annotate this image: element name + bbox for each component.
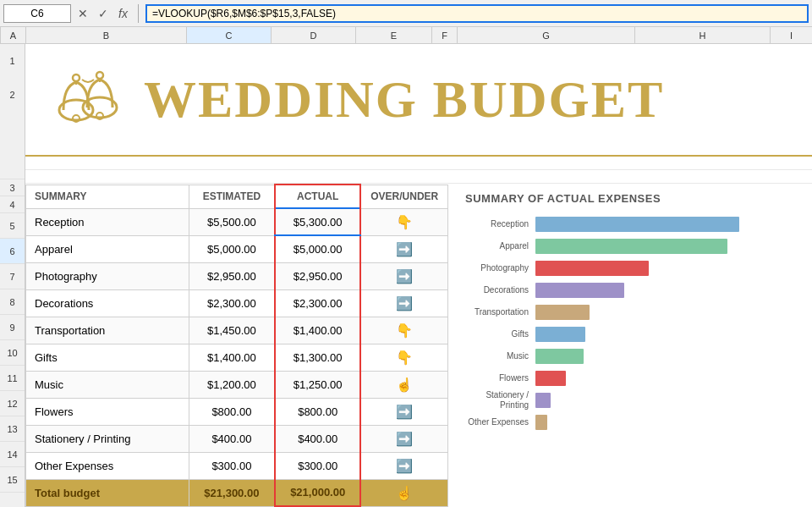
cell-name[interactable]: Apparel xyxy=(26,235,189,262)
table-row[interactable]: Apparel $5,000.00 $5,000.00 ➡️ xyxy=(26,235,448,262)
cell-over-under[interactable]: 👇 xyxy=(360,208,447,235)
table-row[interactable]: Other Expenses $300.00 $300.00 ➡️ xyxy=(26,452,448,479)
cell-estimated[interactable]: $300.00 xyxy=(189,452,275,479)
col-header-i[interactable]: I xyxy=(771,27,812,43)
cell-name[interactable]: Stationery / Printing xyxy=(26,425,189,452)
cell-actual[interactable]: $2,300.00 xyxy=(275,289,361,317)
cell-name[interactable]: Transportation xyxy=(26,317,189,344)
cell-over-under[interactable]: ➡️ xyxy=(360,398,447,425)
col-header-c[interactable]: C xyxy=(187,27,272,43)
cell-estimated[interactable]: $1,400.00 xyxy=(189,344,275,371)
table-wrapper: SUMMARY ESTIMATED ACTUAL OVER/UNDER Rece… xyxy=(25,184,812,507)
cell-over-under[interactable]: ➡️ xyxy=(360,235,447,262)
col-header-b[interactable]: B xyxy=(26,27,187,43)
col-header-f[interactable]: F xyxy=(432,27,458,43)
confirm-icon[interactable]: ✓ xyxy=(95,7,112,20)
cell-name[interactable]: Decorations xyxy=(26,289,189,317)
cell-actual[interactable]: $2,950.00 xyxy=(275,262,361,289)
table-row[interactable]: Transportation $1,450.00 $1,400.00 👇 xyxy=(26,317,448,344)
cell-estimated[interactable]: $1,450.00 xyxy=(189,317,275,344)
table-row[interactable]: Reception $5,500.00 $5,300.00 👇 xyxy=(26,208,448,235)
cell-name[interactable]: Flowers xyxy=(26,398,189,425)
cell-estimated[interactable]: $2,300.00 xyxy=(189,289,275,317)
row-num-15: 15 xyxy=(0,467,25,493)
svg-point-1 xyxy=(73,74,80,81)
cell-reference-box[interactable] xyxy=(3,4,71,23)
row-num-14: 14 xyxy=(0,442,25,467)
chart-bar xyxy=(535,393,551,408)
formula-bar[interactable] xyxy=(145,4,809,23)
cell-name[interactable]: Other Expenses xyxy=(26,452,189,479)
col-header-g[interactable]: G xyxy=(458,27,635,43)
cell-actual[interactable]: $400.00 xyxy=(275,425,361,452)
cell-estimated[interactable]: $2,950.00 xyxy=(189,262,275,289)
cell-actual[interactable]: $300.00 xyxy=(275,452,361,479)
row-num-7: 7 xyxy=(0,264,25,289)
chart-bar-row: Gifts xyxy=(465,325,795,344)
chart-bar-label: Apparel xyxy=(465,241,529,251)
header-estimated: ESTIMATED xyxy=(189,185,275,208)
chart-bar xyxy=(535,349,584,364)
total-row[interactable]: Total budget $21,300.00 $21,000.00 ☝️ xyxy=(26,479,448,506)
row-num-10: 10 xyxy=(0,340,25,366)
cell-over-under[interactable]: 👇 xyxy=(360,317,447,344)
cell-actual[interactable]: $1,300.00 xyxy=(275,344,361,371)
cell-name[interactable]: Reception xyxy=(26,208,189,235)
chart-bar-label: Stationery / Printing xyxy=(465,390,529,411)
chart-bar-row: Photography xyxy=(465,259,795,278)
cell-total-label: Total budget xyxy=(26,479,189,506)
cell-estimated[interactable]: $400.00 xyxy=(189,425,275,452)
table-row[interactable]: Gifts $1,400.00 $1,300.00 👇 xyxy=(26,344,448,371)
bells-svg xyxy=(51,61,127,137)
cell-estimated[interactable]: $5,000.00 xyxy=(189,235,275,262)
cell-name[interactable]: Photography xyxy=(26,262,189,289)
cell-estimated[interactable]: $800.00 xyxy=(189,398,275,425)
table-row[interactable]: Music $1,200.00 $1,250.00 ☝️ xyxy=(26,371,448,398)
table-row[interactable]: Photography $2,950.00 $2,950.00 ➡️ xyxy=(26,262,448,289)
table-row[interactable]: Decorations $2,300.00 $2,300.00 ➡️ xyxy=(26,289,448,317)
cell-estimated[interactable]: $1,200.00 xyxy=(189,371,275,398)
row-num-4: 4 xyxy=(0,196,25,213)
cell-name[interactable]: Gifts xyxy=(26,344,189,371)
cell-over-under[interactable]: ➡️ xyxy=(360,425,447,452)
cell-actual[interactable]: $1,400.00 xyxy=(275,317,361,344)
cell-over-under[interactable]: ➡️ xyxy=(360,289,447,317)
chart-bar-label: Photography xyxy=(465,263,529,273)
cell-over-under[interactable]: 👇 xyxy=(360,344,447,371)
budget-table: SUMMARY ESTIMATED ACTUAL OVER/UNDER Rece… xyxy=(25,184,448,507)
header-summary: SUMMARY xyxy=(26,185,189,208)
banner-title: WEDDING BUDGET xyxy=(144,69,664,130)
chart-bar xyxy=(535,371,566,386)
chart-bar xyxy=(535,239,727,254)
col-header-a[interactable]: A xyxy=(1,27,26,43)
col-header-h[interactable]: H xyxy=(635,27,771,43)
cell-over-under[interactable]: ➡️ xyxy=(360,262,447,289)
cell-actual[interactable]: $5,300.00 xyxy=(275,208,361,235)
cell-actual[interactable]: $5,000.00 xyxy=(275,235,361,262)
col-header-e[interactable]: E xyxy=(356,27,432,43)
formula-icon[interactable]: fx xyxy=(115,7,131,20)
cell-name[interactable]: Music xyxy=(26,371,189,398)
chart-bar-row: Other Expenses xyxy=(465,413,795,432)
toolbar: ✕ ✓ fx xyxy=(0,0,812,27)
svg-point-4 xyxy=(96,72,103,79)
table-row[interactable]: Flowers $800.00 $800.00 ➡️ xyxy=(26,398,448,425)
cell-over-under[interactable]: ☝️ xyxy=(360,371,447,398)
sheet-content: WEDDING BUDGET SUMMARY ESTIMATED ACTUAL … xyxy=(25,44,812,507)
chart-bars: Reception Apparel Photography Decoration… xyxy=(465,215,795,432)
chart-bar-row: Decorations xyxy=(465,281,795,300)
row-num-6: 6 xyxy=(0,239,25,264)
banner-row: WEDDING BUDGET xyxy=(25,44,812,157)
cell-actual[interactable]: $1,250.00 xyxy=(275,371,361,398)
cell-estimated[interactable]: $5,500.00 xyxy=(189,208,275,235)
budget-section: SUMMARY ESTIMATED ACTUAL OVER/UNDER Rece… xyxy=(25,184,448,507)
cell-actual[interactable]: $800.00 xyxy=(275,398,361,425)
cancel-icon[interactable]: ✕ xyxy=(74,7,91,20)
chart-bar-row: Stationery / Printing xyxy=(465,391,795,410)
col-header-d[interactable]: D xyxy=(272,27,356,43)
cell-over-under[interactable]: ➡️ xyxy=(360,452,447,479)
table-row[interactable]: Stationery / Printing $400.00 $400.00 ➡️ xyxy=(26,425,448,452)
chart-bar xyxy=(535,217,739,232)
row-num-8: 8 xyxy=(0,289,25,315)
chart-bar-row: Music xyxy=(465,347,795,366)
